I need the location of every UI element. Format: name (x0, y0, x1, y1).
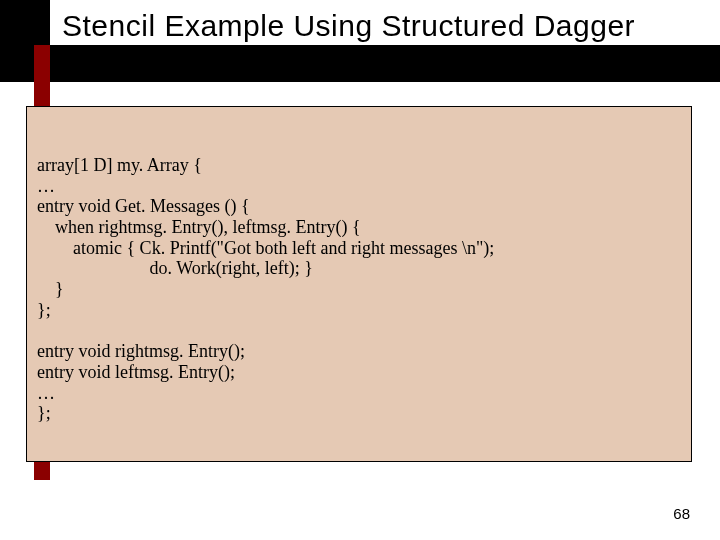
slide: Stencil Example Using Structured Dagger … (0, 0, 720, 540)
page-number: 68 (673, 505, 690, 522)
title-band-lower (50, 45, 720, 82)
code-text: array[1 D] my. Array { … entry void Get.… (37, 155, 681, 424)
title-container: Stencil Example Using Structured Dagger (50, 0, 720, 45)
slide-title: Stencil Example Using Structured Dagger (62, 9, 635, 43)
code-block: array[1 D] my. Array { … entry void Get.… (26, 106, 692, 462)
